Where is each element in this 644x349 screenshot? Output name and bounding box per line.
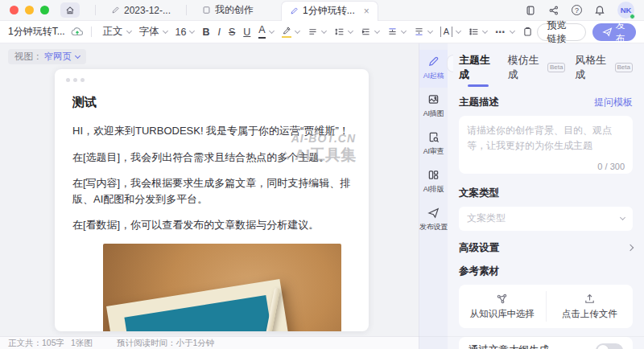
close-window-button[interactable] [10, 6, 19, 14]
strip-label: AI起稿 [423, 71, 444, 81]
advanced-settings-row[interactable]: 高级设置 [459, 241, 633, 255]
tab-label: 2023-12-... [124, 5, 171, 16]
bold-button[interactable]: B [202, 27, 209, 38]
publish-button[interactable]: 发布 [592, 23, 636, 41]
upload-file-button[interactable]: 点击上传文件 [547, 285, 634, 328]
chevron-down-icon [126, 28, 131, 34]
close-tab-icon[interactable] [364, 6, 369, 16]
line-height-icon [334, 27, 345, 37]
view-mode-value: 窄网页 [44, 51, 72, 63]
sidebar-item-ai-illustration[interactable]: AI插图 [419, 88, 448, 125]
avatar-initials: NK [621, 6, 632, 14]
minimize-window-button[interactable] [25, 6, 34, 14]
chevron-down-icon [374, 28, 380, 34]
chevron-down-icon [75, 53, 80, 59]
paper-plane-icon [602, 27, 613, 37]
beta-badge: Beta [547, 63, 565, 72]
upload-button-label: 点击上传文件 [562, 308, 617, 320]
cloud-sync-icon [71, 27, 84, 37]
paragraph-space-after-button[interactable] [414, 27, 432, 37]
pencil-icon [427, 55, 440, 68]
tab-topic-generation[interactable]: 主题生成 [459, 53, 498, 87]
chevron-down-icon [269, 28, 275, 34]
question-template-link[interactable]: 提问模板 [594, 96, 633, 109]
paragraph-style-select[interactable]: 正文 [103, 25, 131, 39]
divider [95, 5, 96, 15]
list-button[interactable] [469, 27, 487, 37]
tab-label: 1分钟玩转... [303, 4, 355, 18]
kb-button-label: 从知识库中选择 [470, 308, 535, 320]
tab-my-creations[interactable]: 我的创作 [194, 0, 262, 21]
document-title: 1分钟玩转T... [8, 25, 65, 39]
copy-type-select[interactable]: 文案类型 [459, 207, 633, 231]
sidebar-item-ai-draft[interactable]: AI起稿 [419, 50, 448, 88]
paragraph-space-before-button[interactable] [387, 27, 406, 37]
help-icon[interactable] [572, 5, 582, 15]
font-family-select[interactable]: 字体 [139, 25, 167, 39]
home-button[interactable] [60, 2, 80, 18]
indent-button[interactable] [361, 27, 379, 37]
bullet-list-icon [469, 27, 479, 37]
doc-search-icon [427, 131, 440, 143]
upload-icon [584, 293, 596, 305]
divider [186, 5, 187, 15]
advanced-settings-label: 高级设置 [459, 241, 499, 255]
preview-link-button[interactable]: 预览链接 [537, 23, 586, 41]
strip-label: AI插图 [423, 109, 444, 119]
tab-recent-doc[interactable]: 2023-12-... [103, 0, 179, 21]
document-page[interactable]: AI-BOT.CN AI工具集 测试 HI，欢迎来到TURBODESK! 我是专… [55, 69, 369, 331]
generation-panel: 主题生成 模仿生成Beta 风格生成Beta 主题描述 提问模板 0 / 300… [448, 43, 644, 349]
select-from-knowledge-base-button[interactable]: 从知识库中选择 [459, 285, 546, 328]
chevron-down-icon [620, 215, 625, 220]
editor-area: 视图： 窄网页 AI-BOT.CN AI工具集 测试 HI，欢迎来到TURBOD… [0, 43, 419, 349]
indent-icon [361, 27, 371, 37]
letter-spacing-button[interactable]: A [440, 27, 460, 36]
chevron-down-icon [427, 28, 433, 34]
font-color-button[interactable]: A [258, 25, 273, 39]
chevron-down-icon [401, 28, 407, 34]
start-photo[interactable]: Start. [103, 244, 341, 332]
chevron-down-icon [456, 28, 461, 34]
highlight-color-button[interactable] [282, 26, 299, 38]
read-time: 预计阅读时间：小于1分钟 [117, 338, 214, 349]
sidebar-item-ai-layout[interactable]: AI排版 [419, 163, 448, 201]
document-icon [202, 6, 211, 14]
view-mode-select[interactable]: 视图： 窄网页 [8, 49, 86, 64]
notebook-icon[interactable] [525, 5, 536, 16]
chevron-down-icon [509, 28, 514, 34]
underline-button[interactable]: U [243, 27, 250, 38]
doc-paragraph: 在[写内容]，我会根据要求生成多篇文章，同时支持编辑、排版、AI配图和分发到多平… [72, 175, 351, 207]
align-button[interactable] [308, 27, 326, 37]
strikethrough-button[interactable]: S [229, 27, 235, 38]
panel-tabs: 主题生成 模仿生成Beta 风格生成Beta [459, 53, 633, 87]
align-left-icon [308, 27, 318, 37]
sidebar-item-ai-review[interactable]: AI审查 [419, 125, 448, 163]
font-size-select[interactable]: 16 [175, 27, 195, 38]
line-height-button[interactable] [334, 27, 353, 37]
share-icon[interactable] [548, 5, 559, 16]
user-avatar[interactable]: NK [617, 2, 634, 18]
more-formats-button[interactable]: ⋯ [495, 26, 514, 38]
chevron-down-icon [295, 28, 300, 34]
tab-imitation-generation[interactable]: 模仿生成Beta [508, 53, 566, 82]
ai-tools-strip: AI起稿 AI插图 AI审查 AI排版 发布设置 [419, 43, 448, 349]
doc-heading: 测试 [72, 95, 351, 110]
zoom-window-button[interactable] [40, 6, 49, 14]
panel-collapse-handle[interactable] [447, 55, 453, 72]
pencil-icon [111, 6, 120, 14]
strip-label: 发布设置 [419, 222, 448, 232]
doc-paragraph: HI，欢迎来到TURBODESK! 我是专属于你的运营“贾维斯”！ [72, 123, 351, 139]
tab-style-generation[interactable]: 风格生成Beta [575, 53, 633, 82]
pencil-icon [290, 6, 299, 15]
tab-current-doc[interactable]: 1分钟玩转... [281, 1, 378, 21]
format-painter-button[interactable] [522, 27, 533, 37]
tab-label: 我的创作 [215, 3, 254, 17]
reference-material-label: 参考素材 [459, 265, 499, 278]
divider [419, 336, 644, 337]
outline-toggle[interactable] [596, 343, 623, 349]
bell-icon[interactable] [594, 5, 605, 16]
space-after-icon [414, 27, 424, 37]
italic-button[interactable]: I [217, 27, 220, 38]
sidebar-item-publish-settings[interactable]: 发布设置 [419, 201, 448, 239]
strip-label: AI审查 [423, 146, 444, 157]
